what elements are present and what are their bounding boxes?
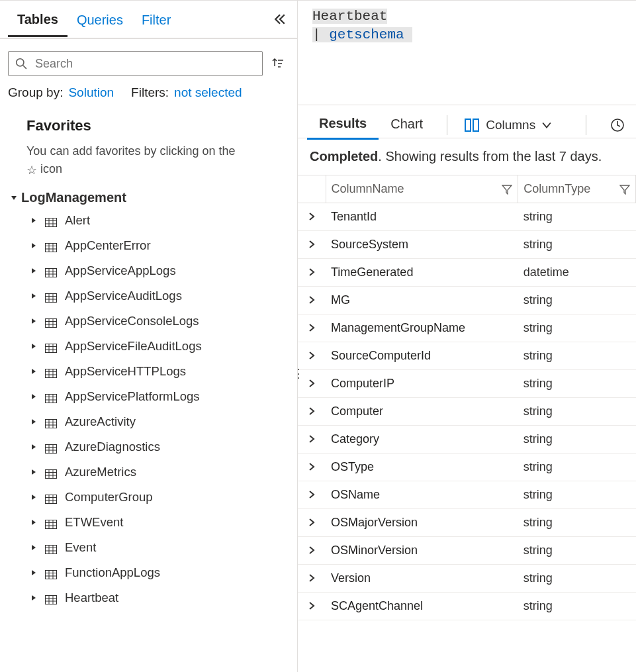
tree-scroll[interactable]: Favorites You can add favorites by click… bbox=[0, 104, 297, 672]
tab-chart[interactable]: Chart bbox=[379, 111, 435, 138]
table-item[interactable]: AppServiceFileAuditLogs bbox=[17, 334, 288, 359]
expand-row-button[interactable] bbox=[298, 454, 326, 481]
header-columnname[interactable]: ColumnName bbox=[326, 175, 518, 203]
chevron-down-icon bbox=[542, 120, 551, 130]
table-row[interactable]: Versionstring bbox=[298, 565, 636, 593]
table-row[interactable]: SourceSystemstring bbox=[298, 231, 636, 259]
table-item[interactable]: AppServiceAppLogs bbox=[17, 258, 288, 283]
expand-column-header bbox=[298, 175, 326, 203]
table-row[interactable]: TenantIdstring bbox=[298, 203, 636, 231]
table-item[interactable]: AppServiceAuditLogs bbox=[17, 283, 288, 309]
table-row[interactable]: MGstring bbox=[298, 287, 636, 314]
sort-button[interactable] bbox=[269, 55, 287, 72]
table-row[interactable]: OSMajorVersionstring bbox=[298, 509, 636, 537]
expand-row-button[interactable] bbox=[298, 342, 326, 370]
table-row[interactable]: TimeGenerateddatetime bbox=[298, 259, 636, 287]
tab-filter[interactable]: Filter bbox=[132, 3, 180, 36]
svg-rect-45 bbox=[46, 420, 57, 428]
expand-row-button[interactable] bbox=[298, 314, 326, 342]
search-input[interactable] bbox=[34, 56, 255, 72]
columns-button[interactable]: Columns bbox=[459, 115, 557, 135]
table-item[interactable]: AzureActivity bbox=[17, 409, 288, 434]
cell-columnname: SCAgentChannel bbox=[326, 593, 518, 620]
filters-value[interactable]: not selected bbox=[174, 85, 242, 100]
group-logmanagement[interactable]: LogManagement bbox=[11, 183, 288, 208]
expand-row-button[interactable] bbox=[298, 231, 326, 259]
chevron-right-icon bbox=[308, 268, 316, 276]
tab-results[interactable]: Results bbox=[307, 111, 379, 140]
svg-rect-40 bbox=[46, 395, 57, 403]
svg-line-1 bbox=[23, 66, 26, 69]
table-item[interactable]: AppCenterError bbox=[17, 233, 288, 258]
table-item[interactable]: Event bbox=[17, 535, 288, 560]
table-item[interactable]: AppServiceHTTPLogs bbox=[17, 359, 288, 384]
table-item[interactable]: ETWEvent bbox=[17, 510, 288, 535]
expand-row-button[interactable] bbox=[298, 398, 326, 426]
table-row[interactable]: Computerstring bbox=[298, 398, 636, 426]
caret-right-icon bbox=[30, 569, 37, 576]
header-columntype[interactable]: ColumnType bbox=[518, 175, 636, 203]
filter-icon[interactable] bbox=[502, 184, 512, 195]
svg-rect-85 bbox=[465, 119, 471, 131]
table-item[interactable]: Heartbeat bbox=[17, 585, 288, 610]
table-row[interactable]: ComputerIPstring bbox=[298, 370, 636, 398]
table-item[interactable]: ComputerGroup bbox=[17, 485, 288, 510]
expand-row-button[interactable] bbox=[298, 287, 326, 314]
caret-right-icon bbox=[30, 368, 37, 375]
table-item-label: AppServiceFileAuditLogs bbox=[65, 339, 202, 354]
table-row[interactable]: OSTypestring bbox=[298, 454, 636, 481]
left-tabs: Tables Queries Filter bbox=[0, 1, 297, 39]
collapse-panel-button[interactable] bbox=[271, 10, 289, 28]
filter-icon[interactable] bbox=[619, 184, 630, 195]
sort-icon bbox=[271, 57, 285, 70]
expand-row-button[interactable] bbox=[298, 426, 326, 454]
clock-icon[interactable] bbox=[610, 118, 625, 132]
table-item[interactable]: FunctionAppLogs bbox=[17, 560, 288, 585]
tab-tables[interactable]: Tables bbox=[8, 3, 68, 37]
caret-right-icon bbox=[30, 544, 37, 551]
chevron-right-icon bbox=[308, 324, 316, 332]
expand-row-button[interactable] bbox=[298, 203, 326, 231]
chevron-right-icon bbox=[308, 240, 316, 248]
table-item-label: AzureActivity bbox=[65, 414, 136, 429]
caret-right-icon bbox=[30, 444, 37, 450]
table-item[interactable]: AppServiceConsoleLogs bbox=[17, 309, 288, 334]
filters-label: Filters: bbox=[131, 85, 169, 100]
table-item[interactable]: AzureMetrics bbox=[17, 459, 288, 485]
table-item[interactable]: AzureDiagnostics bbox=[17, 434, 288, 459]
query-editor[interactable]: Heartbeat | getschema bbox=[298, 1, 636, 105]
svg-rect-10 bbox=[46, 244, 57, 252]
search-box[interactable] bbox=[8, 51, 263, 76]
tab-queries[interactable]: Queries bbox=[68, 3, 132, 36]
chevron-right-icon bbox=[308, 491, 316, 499]
table-row[interactable]: ManagementGroupNamestring bbox=[298, 314, 636, 342]
expand-row-button[interactable] bbox=[298, 259, 326, 287]
table-icon bbox=[45, 392, 57, 401]
table-icon bbox=[45, 493, 57, 502]
expand-row-button[interactable] bbox=[298, 481, 326, 509]
table-item[interactable]: Alert bbox=[17, 208, 288, 233]
columns-label: Columns bbox=[486, 118, 535, 132]
table-row[interactable]: OSMinorVersionstring bbox=[298, 537, 636, 565]
expand-row-button[interactable] bbox=[298, 509, 326, 537]
table-row[interactable]: SourceComputerIdstring bbox=[298, 342, 636, 370]
expand-row-button[interactable] bbox=[298, 593, 326, 620]
table-item[interactable]: AppServicePlatformLogs bbox=[17, 384, 288, 409]
table-item-label: AzureMetrics bbox=[65, 465, 136, 479]
expand-row-button[interactable] bbox=[298, 565, 326, 593]
table-icon bbox=[45, 216, 57, 225]
cell-columntype: string bbox=[518, 398, 636, 426]
caret-right-icon bbox=[30, 519, 37, 526]
code-token: Heartbeat bbox=[312, 9, 387, 24]
results-grid: ColumnName ColumnType TenantIdstringSo bbox=[298, 175, 636, 672]
chevron-right-icon bbox=[308, 213, 316, 220]
table-icon bbox=[45, 417, 57, 426]
chevron-right-icon bbox=[308, 518, 316, 526]
splitter-handle[interactable]: ⋮ bbox=[293, 371, 304, 375]
table-row[interactable]: OSNamestring bbox=[298, 481, 636, 509]
group-by-value[interactable]: Solution bbox=[68, 85, 114, 100]
table-row[interactable]: SCAgentChannelstring bbox=[298, 593, 636, 620]
table-row[interactable]: Categorystring bbox=[298, 426, 636, 454]
svg-rect-25 bbox=[46, 319, 57, 328]
expand-row-button[interactable] bbox=[298, 537, 326, 565]
